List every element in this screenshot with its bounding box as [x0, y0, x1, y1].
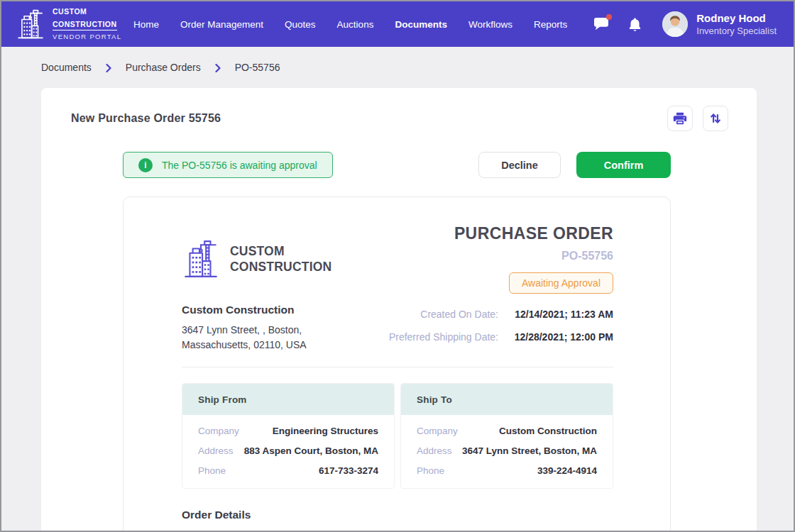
row-label: Company: [417, 426, 458, 436]
print-button[interactable]: [667, 106, 693, 131]
vendor-name: Custom Construction: [182, 304, 307, 316]
table-row: Address 3647 Lynn Street, Boston, MA: [417, 445, 597, 456]
divider: [182, 367, 613, 367]
status-alert: i The PO-55756 is awaiting approval: [123, 152, 333, 178]
breadcrumb-documents[interactable]: Documents: [41, 62, 92, 73]
document-meta: PURCHASE ORDER PO-55756 Awaiting Approva…: [454, 224, 613, 294]
purchase-order-document: CUSTOM CONSTRUCTION PURCHASE ORDER PO-55…: [123, 196, 671, 532]
approval-action-row: i The PO-55756 is awaiting approval Decl…: [123, 152, 671, 178]
nav-documents[interactable]: Documents: [395, 19, 447, 30]
decline-button[interactable]: Decline: [478, 152, 561, 178]
document-type-title: PURCHASE ORDER: [454, 224, 613, 243]
po-page-card: New Purchase Order 55756: [41, 88, 757, 532]
row-value: Engineering Structures: [273, 426, 378, 436]
brand-logo[interactable]: CUSTOM CONSTRUCTION VENDOR PORTAL: [16, 8, 124, 40]
table-row: Phone 339-224-4914: [417, 465, 597, 476]
table-row: Company Engineering Structures: [198, 426, 378, 436]
sort-arrows-icon: [708, 111, 723, 126]
brand-line1: CUSTOM: [53, 8, 121, 16]
info-icon: i: [138, 158, 153, 172]
user-name: Rodney Hood: [696, 12, 777, 25]
row-label: Address: [198, 445, 234, 456]
construction-building-crane-icon: [182, 239, 220, 279]
ship-from-header: Ship From: [182, 384, 394, 415]
row-label: Address: [417, 445, 452, 456]
sort-button[interactable]: [703, 106, 728, 131]
shipping-date-row: Preferred Shipping Date: 12/28/2021; 12:…: [389, 331, 613, 343]
dates-block: Created On Date: 12/14/2021; 11:23 AM Pr…: [389, 309, 613, 354]
breadcrumb-current: PO-55756: [235, 62, 280, 73]
avatar[interactable]: [662, 11, 688, 37]
page-title: New Purchase Order 55756: [71, 112, 221, 125]
user-role: Inventory Specialist: [696, 26, 777, 37]
table-row: Company Custom Construction: [417, 426, 597, 436]
row-value: 3647 Lynn Street, Boston, MA: [462, 445, 597, 456]
ship-tables: Ship From Company Engineering Structures…: [182, 383, 613, 489]
document-info-row: Custom Construction 3647 Lynn Street, , …: [182, 304, 613, 354]
breadcrumb-purchase-orders[interactable]: Purchase Orders: [126, 62, 201, 73]
vendor-address-line1: 3647 Lynn Street, , Boston,: [182, 323, 307, 338]
row-label: Company: [198, 426, 239, 436]
row-value: 617-733-3274: [319, 465, 378, 476]
ship-from-body: Company Engineering Structures Address 8…: [182, 415, 394, 488]
confirm-button[interactable]: Confirm: [576, 152, 671, 178]
document-header: CUSTOM CONSTRUCTION PURCHASE ORDER PO-55…: [182, 224, 613, 294]
construction-building-crane-icon: [16, 9, 45, 40]
row-label: Phone: [198, 465, 226, 476]
ship-to-table: Ship To Company Custom Construction Addr…: [400, 383, 613, 489]
row-value: 339-224-4914: [537, 465, 597, 476]
brand-line2: CONSTRUCTION: [53, 21, 117, 31]
shipping-date-label: Preferred Shipping Date:: [389, 331, 498, 343]
user-info: Rodney Hood Inventory Specialist: [696, 12, 777, 37]
top-nav-bar: CUSTOM CONSTRUCTION VENDOR PORTAL Home O…: [1, 1, 794, 47]
chevron-right-icon: [215, 64, 221, 72]
main-nav: Home Order Management Quotes Auctions Do…: [133, 19, 567, 30]
ship-to-body: Company Custom Construction Address 3647…: [401, 415, 613, 488]
vendor-address: 3647 Lynn Street, , Boston, Massachusett…: [182, 323, 307, 353]
order-details-title: Order Details: [182, 509, 613, 521]
alert-text: The PO-55756 is awaiting approval: [162, 160, 317, 171]
status-badge: Awaiting Approval: [509, 272, 613, 294]
shipping-date-value: 12/28/2021; 12:00 PM: [508, 331, 613, 343]
bell-icon[interactable]: [628, 17, 642, 32]
table-row: Phone 617-733-3274: [198, 465, 378, 476]
company-logo-line1: CUSTOM: [230, 243, 331, 259]
nav-order-management[interactable]: Order Management: [180, 19, 263, 30]
card-header: New Purchase Order 55756: [41, 88, 757, 131]
ship-to-header: Ship To: [401, 384, 613, 415]
created-on-label: Created On Date:: [420, 309, 498, 320]
created-on-row: Created On Date: 12/14/2021; 11:23 AM: [389, 309, 613, 320]
nav-home[interactable]: Home: [133, 19, 159, 30]
approval-buttons: Decline Confirm: [478, 152, 671, 178]
nav-quotes[interactable]: Quotes: [285, 19, 316, 30]
screen: CUSTOM CONSTRUCTION VENDOR PORTAL Home O…: [0, 0, 795, 532]
nav-auctions[interactable]: Auctions: [337, 19, 374, 30]
vendor-address-line2: Massachusetts, 02110, USA: [182, 338, 307, 353]
breadcrumb: Documents Purchase Orders PO-55756: [1, 47, 794, 73]
nav-workflows[interactable]: Workflows: [468, 19, 512, 30]
header-actions: [667, 106, 728, 131]
created-on-value: 12/14/2021; 11:23 AM: [508, 309, 613, 320]
row-value: Custom Construction: [499, 426, 597, 436]
vendor-block: Custom Construction 3647 Lynn Street, , …: [182, 304, 307, 354]
notification-dot: [606, 14, 612, 20]
brand-text: CUSTOM CONSTRUCTION VENDOR PORTAL: [53, 8, 121, 40]
table-row: Address 883 Aspen Court, Boston, MA: [198, 445, 378, 456]
ship-from-table: Ship From Company Engineering Structures…: [182, 383, 395, 489]
company-logo-text: CUSTOM CONSTRUCTION: [230, 243, 331, 275]
nav-reports[interactable]: Reports: [534, 19, 567, 30]
po-number: PO-55756: [454, 250, 613, 262]
printer-icon: [672, 111, 688, 126]
company-logo: CUSTOM CONSTRUCTION: [182, 224, 331, 294]
brand-line3: VENDOR PORTAL: [53, 33, 121, 40]
company-logo-line2: CONSTRUCTION: [230, 259, 331, 275]
chat-icon[interactable]: [593, 17, 609, 31]
row-label: Phone: [417, 465, 444, 476]
row-value: 883 Aspen Court, Boston, MA: [244, 445, 378, 456]
top-right-controls: Rodney Hood Inventory Specialist: [593, 11, 777, 37]
chevron-right-icon: [106, 64, 111, 72]
